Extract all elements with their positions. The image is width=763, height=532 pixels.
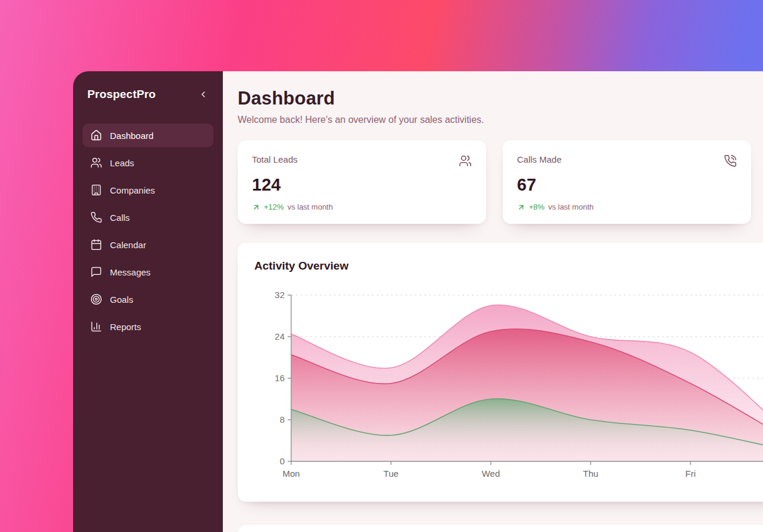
stat-value: 124	[252, 175, 472, 195]
message-square-icon	[90, 266, 102, 278]
sidebar-item-calendar[interactable]: Calendar	[83, 233, 213, 256]
building-icon	[90, 184, 102, 196]
sidebar-item-calls[interactable]: Calls	[83, 205, 213, 229]
activity-overview-card: Activity Overview 08162432MonTueWedThuFr…	[238, 243, 763, 502]
chevron-left-icon	[198, 90, 208, 99]
partial-bottom-card	[238, 525, 763, 532]
sidebar-item-leads[interactable]: Leads	[83, 151, 213, 175]
sidebar-item-companies[interactable]: Companies	[83, 178, 213, 202]
calendar-icon	[90, 239, 102, 251]
sidebar-header: ProspectPro	[83, 86, 213, 102]
sidebar-item-label: Messages	[110, 267, 150, 277]
sidebar-item-label: Calendar	[110, 240, 146, 250]
stat-value: 67	[517, 175, 737, 195]
sidebar-item-reports[interactable]: Reports	[83, 315, 213, 338]
sidebar: ProspectPro Dashboard Leads	[73, 71, 223, 532]
sidebar-item-goals[interactable]: Goals	[83, 287, 213, 311]
page-subtitle: Welcome back! Here's an overview of your…	[238, 115, 763, 125]
svg-text:0: 0	[280, 456, 285, 466]
phone-call-icon	[724, 154, 737, 170]
chart-title: Activity Overview	[254, 259, 763, 273]
svg-text:Fri: Fri	[685, 468, 696, 479]
activity-chart-svg: 08162432MonTueWedThuFriSat	[254, 283, 763, 485]
home-icon	[90, 129, 102, 141]
app-window: ProspectPro Dashboard Leads	[73, 71, 763, 532]
arrow-up-right-icon	[252, 203, 260, 211]
sidebar-item-label: Reports	[110, 322, 141, 332]
users-icon	[459, 154, 472, 170]
svg-text:Tue: Tue	[383, 468, 398, 479]
svg-text:Mon: Mon	[282, 468, 299, 479]
sidebar-nav: Dashboard Leads Companies Calls	[83, 124, 213, 338]
users-icon	[90, 157, 102, 169]
sidebar-item-messages[interactable]: Messages	[83, 260, 213, 284]
stat-delta-suffix: vs last month	[548, 202, 594, 211]
stat-delta-suffix: vs last month	[288, 202, 333, 211]
arrow-up-right-icon	[517, 203, 525, 211]
sidebar-collapse-button[interactable]	[196, 87, 211, 102]
target-icon	[90, 293, 102, 305]
stat-label: Total Leads	[252, 154, 298, 164]
bar-chart-icon	[90, 321, 102, 332]
sidebar-item-dashboard[interactable]: Dashboard	[83, 124, 213, 147]
stat-label: Calls Made	[517, 154, 562, 164]
stats-row: Total Leads 124 +12% vs last month Calls	[238, 140, 763, 224]
svg-text:24: 24	[275, 331, 285, 341]
svg-text:16: 16	[275, 373, 285, 383]
svg-text:8: 8	[280, 414, 285, 425]
svg-text:Thu: Thu	[583, 468, 598, 479]
main-content: Dashboard Welcome back! Here's an overvi…	[223, 71, 763, 532]
svg-text:Wed: Wed	[482, 468, 500, 479]
stat-card-calls-made: Calls Made 67 +8% vs last month	[503, 140, 751, 224]
sidebar-item-label: Calls	[110, 213, 130, 223]
phone-icon	[90, 211, 102, 223]
stat-delta: +12%	[264, 202, 284, 211]
stat-delta: +8%	[529, 202, 544, 211]
svg-text:32: 32	[275, 290, 285, 300]
sidebar-item-label: Companies	[110, 185, 155, 195]
sidebar-item-label: Leads	[110, 158, 134, 168]
chart-area: 08162432MonTueWedThuFriSat	[254, 283, 763, 485]
page-title: Dashboard	[238, 88, 763, 109]
sidebar-item-label: Goals	[110, 294, 133, 305]
sidebar-item-label: Dashboard	[110, 131, 153, 141]
brand-name: ProspectPro	[87, 88, 156, 101]
stat-card-total-leads: Total Leads 124 +12% vs last month	[238, 140, 486, 224]
